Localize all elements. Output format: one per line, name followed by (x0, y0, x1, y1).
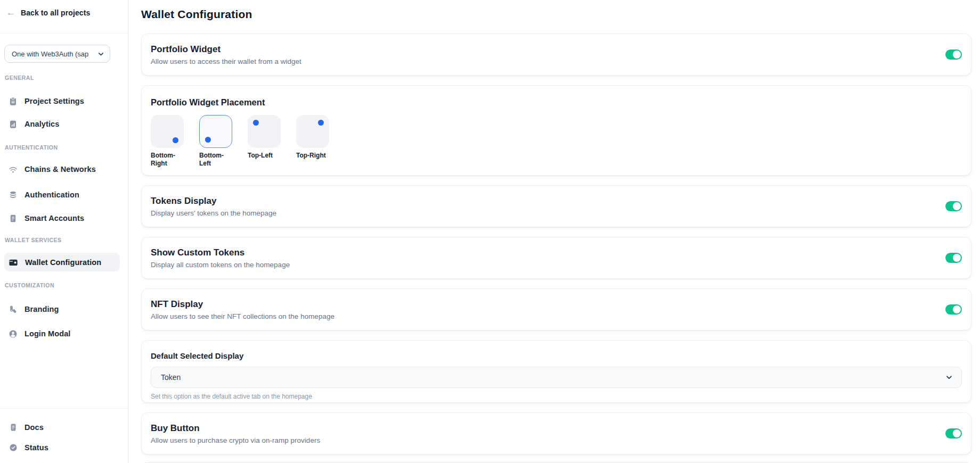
toggle-knob (953, 202, 961, 210)
select-value: Token (161, 373, 181, 382)
sidebar-item-label: Analytics (24, 120, 59, 128)
portfolio-widget-toggle[interactable] (945, 49, 962, 60)
sidebar-item-label: Status (24, 443, 48, 452)
card-title: Default Selected Display (151, 351, 962, 360)
portfolio-widget-placement-card: Portfolio Widget Placement Bottom-Right … (141, 85, 971, 176)
sidebar-item-label: Wallet Configuration (25, 258, 101, 267)
sidebar-footer-divider (0, 408, 128, 409)
portfolio-widget-card: Portfolio Widget Allow users to access t… (141, 34, 971, 76)
card-text: NFT Display Allow users to see their NFT… (151, 299, 334, 320)
show-custom-tokens-toggle[interactable] (945, 253, 962, 263)
sidebar-item-login-modal[interactable]: Login Modal (4, 324, 120, 343)
sidebar-item-project-settings[interactable]: Project Settings (4, 92, 120, 111)
sidebar-item-wallet-configuration[interactable]: Wallet Configuration (4, 253, 120, 271)
card-title: Portfolio Widget Placement (151, 97, 962, 108)
analytics-icon (9, 120, 18, 129)
clipboard-icon (9, 97, 18, 106)
check-circle-icon (9, 443, 18, 452)
card-description: Display all custom tokens on the homepag… (151, 261, 290, 269)
placement-tile-bottom-left-selected[interactable] (199, 115, 232, 148)
toggle-knob (953, 429, 961, 437)
project-select[interactable]: One with Web3Auth (sap (4, 45, 110, 63)
placement-options: Bottom-Right Bottom-Left Top-Left Top-Ri… (151, 115, 962, 168)
back-arrow-icon: ← (6, 8, 15, 17)
nft-display-toggle[interactable] (945, 304, 962, 315)
card-title: Tokens Display (151, 196, 276, 206)
back-link-label: Back to all projects (21, 9, 90, 17)
back-to-projects-link[interactable]: ← Back to all projects (6, 8, 90, 17)
sidebar-header: ← Back to all projects (0, 0, 128, 34)
select-helper-text: Set this option as the default active ta… (151, 393, 962, 400)
card-title: NFT Display (151, 299, 334, 310)
sidebar: ← Back to all projects One with Web3Auth… (0, 0, 128, 463)
nft-display-card: NFT Display Allow users to see their NFT… (141, 288, 971, 330)
placement-tile-top-right[interactable] (296, 115, 329, 148)
sidebar-item-analytics[interactable]: Analytics (4, 114, 120, 134)
settings-cards: Portfolio Widget Allow users to access t… (141, 34, 971, 463)
sidebar-item-label: Docs (24, 423, 44, 432)
sidebar-item-branding[interactable]: Branding (4, 300, 120, 319)
sidebar-item-label: Login Modal (24, 329, 70, 338)
card-description: Allow users to see their NFT collections… (151, 312, 334, 320)
placement-dot (318, 120, 324, 126)
show-custom-tokens-card: Show Custom Tokens Display all custom to… (141, 237, 971, 279)
user-icon (9, 329, 18, 338)
sidebar-item-label: Branding (24, 305, 59, 313)
sidebar-item-label: Chains & Networks (24, 165, 96, 173)
placement-option-bottom-left: Bottom-Left (199, 115, 234, 168)
toggle-knob (953, 254, 961, 262)
placement-label: Bottom-Left (199, 152, 234, 168)
placement-option-bottom-right: Bottom-Right (151, 115, 186, 168)
sidebar-item-label: Authentication (24, 191, 79, 199)
sidebar-item-authentication[interactable]: Authentication (4, 185, 120, 204)
document-icon (9, 214, 18, 223)
wallet-configuration-page: ← Back to all projects One with Web3Auth… (0, 0, 980, 463)
chevron-down-icon (945, 374, 953, 381)
brush-icon (9, 305, 18, 314)
sidebar-item-docs[interactable]: Docs (4, 418, 120, 437)
card-text: Show Custom Tokens Display all custom to… (151, 247, 290, 269)
placement-dot (173, 137, 178, 143)
card-title: Show Custom Tokens (151, 247, 290, 258)
default-selected-display-card: Default Selected Display Token Set this … (141, 340, 971, 403)
toggle-knob (953, 305, 961, 313)
placement-tile-bottom-right[interactable] (151, 115, 184, 148)
section-label-general: GENERAL (5, 75, 34, 81)
placement-option-top-right: Top-Right (296, 115, 331, 168)
placement-label: Bottom-Right (151, 152, 186, 168)
default-display-select[interactable]: Token (151, 367, 962, 388)
buy-button-card: Buy Button Allow users to purchase crypt… (141, 412, 971, 454)
wallet-icon (9, 258, 18, 267)
card-description: Allow users to purchase crypto via on-ra… (151, 436, 320, 444)
network-icon (9, 165, 18, 174)
sidebar-item-chains-networks[interactable]: Chains & Networks (4, 160, 120, 179)
section-label-wallet-services: WALLET SERVICES (5, 237, 62, 243)
tokens-display-card: Tokens Display Display users' tokens on … (141, 185, 971, 227)
placement-label: Top-Left (248, 152, 283, 160)
toggle-knob (953, 51, 961, 59)
buy-button-toggle[interactable] (945, 428, 962, 439)
card-description: Display users' tokens on the homepage (151, 209, 276, 217)
placement-label: Top-Right (296, 152, 331, 160)
card-title: Buy Button (151, 423, 320, 434)
sidebar-item-label: Project Settings (24, 97, 84, 105)
tokens-display-toggle[interactable] (945, 201, 962, 211)
placement-dot (205, 137, 211, 143)
placement-tile-top-left[interactable] (248, 115, 281, 148)
sidebar-item-label: Smart Accounts (24, 214, 84, 222)
project-select-value: One with Web3Auth (sap (12, 50, 97, 58)
sidebar-item-smart-accounts[interactable]: Smart Accounts (4, 209, 120, 228)
page-title: Wallet Configuration (141, 8, 252, 21)
placement-dot (253, 120, 259, 126)
section-label-customization: CUSTOMIZATION (5, 282, 54, 288)
chevron-down-icon (97, 51, 104, 57)
card-text: Portfolio Widget Allow users to access t… (151, 44, 301, 65)
document-icon (9, 423, 18, 432)
section-label-authentication: AUTHENTICATION (5, 144, 58, 151)
database-icon (9, 191, 18, 200)
card-text: Tokens Display Display users' tokens on … (151, 196, 276, 217)
sidebar-item-status[interactable]: Status (4, 438, 120, 457)
card-text: Buy Button Allow users to purchase crypt… (151, 423, 320, 444)
card-description: Allow users to access their wallet from … (151, 57, 301, 65)
card-title: Portfolio Widget (151, 44, 301, 55)
